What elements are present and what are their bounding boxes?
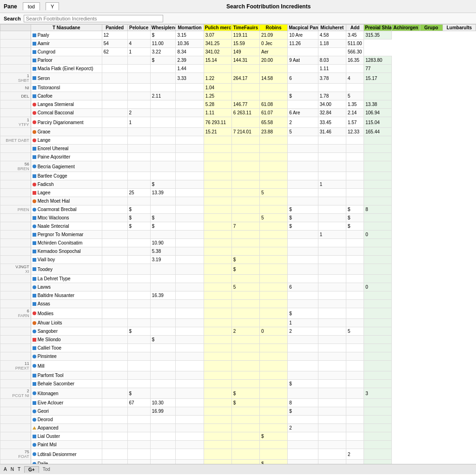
row-number	[0, 100, 31, 109]
cell-col-3: $	[150, 222, 176, 231]
col-header-e: Momartion	[176, 25, 204, 31]
cell-col-7	[259, 416, 287, 424]
cell-name: Cungrod	[31, 48, 102, 56]
cell-col-11	[364, 264, 392, 275]
cell-col-3	[150, 460, 176, 464]
cell-col-5	[204, 172, 231, 180]
cell-col-9	[318, 449, 346, 460]
blue-square-icon	[33, 76, 36, 80]
cell-col-1	[102, 161, 127, 172]
cell-col-4	[176, 300, 204, 308]
row-number	[0, 247, 31, 256]
table-row: Lagee2513.395	[0, 189, 476, 197]
blue-circle-icon	[33, 462, 36, 464]
cell-col-6	[231, 416, 259, 424]
row-label: Lial Ouster	[38, 434, 60, 439]
cell-col-10	[346, 432, 364, 441]
cell-col-3: 10.30	[150, 399, 176, 407]
tab2[interactable]: Y	[46, 2, 59, 10]
cell-col-3	[150, 388, 176, 399]
cell-name: Geori	[31, 407, 102, 416]
row-label: Macla Flatk (Einel Keporct)	[38, 66, 93, 71]
blue-square-icon	[33, 267, 36, 271]
cell-col-2: 67	[127, 399, 150, 407]
cell-col-11	[364, 172, 392, 180]
searchbar: Search	[0, 13, 476, 24]
cell-col-4	[176, 84, 204, 92]
cell-col-6: 6 263.11	[231, 109, 259, 117]
cell-col-6	[231, 300, 259, 308]
cell-col-8: 2	[288, 117, 318, 128]
row-label: Lagee	[38, 190, 51, 195]
blue-square-icon	[33, 233, 36, 237]
table-row: 11PREXTMill	[0, 361, 476, 371]
cell-col-2	[127, 275, 150, 283]
cell-col-9	[318, 336, 346, 344]
cell-col-8	[288, 180, 318, 189]
cell-col-8	[288, 441, 318, 449]
cell-col-4	[176, 399, 204, 407]
col-header-h: Robins	[259, 25, 287, 31]
cell-col-8: 9 Aat	[288, 56, 318, 65]
cell-col-3: $	[150, 214, 176, 222]
cell-col-10: 12.33	[346, 128, 364, 136]
blue-square-icon	[33, 59, 36, 62]
tab1[interactable]: tod	[23, 2, 40, 10]
cell-col-1	[102, 283, 127, 291]
cell-col-4: 3.15	[176, 31, 204, 40]
cell-col-3	[150, 264, 176, 275]
cell-col-5	[204, 275, 231, 283]
cell-col-4	[176, 388, 204, 399]
cell-col-1	[102, 371, 127, 380]
row-label: Geori	[38, 409, 49, 414]
cell-name: Calliel Tooe	[31, 344, 102, 352]
cell-col-1	[102, 231, 127, 239]
cell-col-10: 5	[346, 327, 364, 336]
cell-col-3: 11.00	[150, 40, 176, 48]
row-label: Fadicsh	[38, 182, 54, 187]
blue-square-icon	[33, 94, 36, 98]
cell-col-6: 149	[231, 48, 259, 56]
cell-col-4	[176, 424, 204, 432]
cell-name: Daile	[31, 460, 102, 464]
row-label: Naale Sntecrial	[38, 224, 69, 229]
cell-col-5	[204, 432, 231, 441]
row-number	[0, 109, 31, 117]
row-number: NI	[0, 84, 31, 92]
cell-col-8	[288, 84, 318, 92]
row-number: 11PREXT	[0, 361, 31, 371]
cell-col-2	[127, 441, 150, 449]
cell-name: Mchirden Coonitsatim	[31, 239, 102, 247]
cell-col-5	[204, 153, 231, 161]
cell-col-5: 15.14	[204, 56, 231, 65]
search-input[interactable]	[24, 15, 163, 22]
sheet-tab-active[interactable]: G+	[24, 466, 39, 473]
cell-name: Fadicsh	[31, 180, 102, 189]
cell-col-4: 8.34	[176, 48, 204, 56]
cell-col-2	[127, 172, 150, 180]
cell-col-11	[364, 145, 392, 153]
cell-name: Graoe	[31, 128, 102, 136]
cell-col-10	[346, 416, 364, 424]
cell-col-8: 6 Are	[288, 109, 318, 117]
cell-col-10	[346, 291, 364, 300]
cell-col-8	[288, 344, 318, 352]
cell-col-4	[176, 344, 204, 352]
cell-col-6: $	[231, 388, 259, 399]
cell-col-3	[150, 100, 176, 109]
cell-col-4	[176, 291, 204, 300]
cell-col-6	[231, 214, 259, 222]
cell-col-3	[150, 197, 176, 205]
row-number: 1YTFY	[0, 117, 31, 128]
col-header-l: Preoial Shlas Players	[364, 25, 392, 31]
cell-col-3: $	[150, 336, 176, 344]
cell-col-6	[231, 247, 259, 256]
cell-col-1	[102, 275, 127, 283]
cell-col-1	[102, 291, 127, 300]
cell-col-4	[176, 264, 204, 275]
blue-circle-icon	[33, 443, 36, 447]
cell-col-3: 13.39	[150, 189, 176, 197]
row-label: Lavws	[38, 284, 51, 290]
cell-col-11	[364, 247, 392, 256]
table-row: Lial Ouster$	[0, 432, 476, 441]
